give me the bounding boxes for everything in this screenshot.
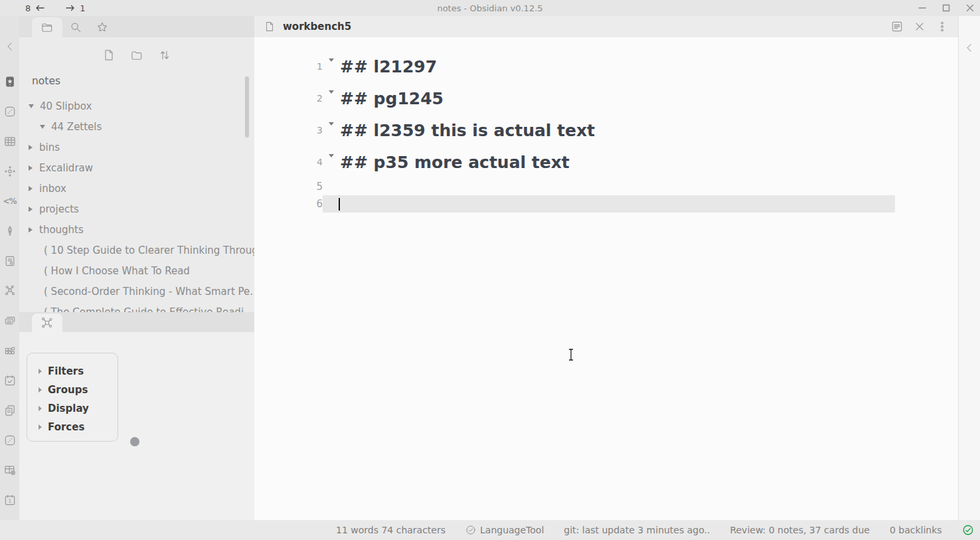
tab-file-explorer[interactable]	[32, 17, 62, 37]
random-note-dice-icon[interactable]	[3, 105, 17, 118]
backlinks-count[interactable]: 0 backlinks	[890, 525, 942, 535]
word-count: 11 words 74 characters	[336, 525, 446, 535]
view-header: workbench5	[254, 16, 958, 37]
dice-icon[interactable]	[3, 434, 17, 447]
editor-line[interactable]: 1 ## l21297	[254, 50, 958, 82]
collapse-left-icon[interactable]	[3, 40, 17, 53]
line-text: ## p35 more actual text	[340, 153, 570, 172]
release-notes-icon[interactable]	[3, 314, 17, 327]
tree-folder-thoughts[interactable]: thoughts	[19, 219, 254, 240]
new-folder-icon[interactable]	[130, 48, 143, 62]
tab-graph[interactable]	[32, 314, 62, 332]
review-status[interactable]: Review: 0 notes, 37 cards due	[730, 525, 870, 535]
left-panel-tabs	[19, 16, 254, 37]
tab-search[interactable]	[62, 17, 89, 37]
window-title: notes - Obsidian v0.12.5	[0, 0, 980, 16]
zoom-expand-icon[interactable]	[3, 165, 17, 178]
line-text: ## pg1245	[340, 89, 444, 108]
more-options-icon[interactable]	[936, 20, 949, 33]
graph-section-filters[interactable]: Filters	[27, 362, 118, 381]
slides-deck-icon[interactable]	[3, 254, 17, 268]
tree-folder-inbox[interactable]: inbox	[19, 178, 254, 199]
chevron-down-icon	[29, 104, 34, 108]
tree-folder-bins[interactable]: bins	[19, 137, 254, 157]
editor-line[interactable]: 4 ## p35 more actual text	[254, 146, 958, 178]
graph-icon	[41, 316, 54, 329]
tab-starred[interactable]	[89, 17, 116, 37]
expand-right-sidebar-icon[interactable]	[963, 41, 976, 54]
calendar-check-icon[interactable]	[3, 374, 17, 387]
git-status[interactable]: git: last update 3 minutes ago..	[564, 525, 710, 535]
left-sidebar: notes 40 Slipbox 44 Zettels bins Excalid…	[19, 16, 254, 520]
tree-file[interactable]: ( How I Choose What To Read	[19, 260, 254, 281]
editor-body[interactable]: 1 ## l21297 2 ## pg1245 3 ## l2359 this …	[254, 37, 958, 520]
vault-title[interactable]: notes	[19, 73, 254, 89]
blocks-icon[interactable]	[3, 344, 17, 357]
editor-line[interactable]: 5	[254, 178, 958, 195]
chevron-right-icon	[29, 227, 33, 232]
chevron-right-icon	[39, 406, 42, 411]
languagetool-status[interactable]: LanguageTool	[465, 525, 544, 535]
new-note-icon[interactable]	[102, 48, 116, 62]
chevron-right-icon	[29, 145, 33, 150]
starred-card-icon[interactable]	[3, 75, 17, 88]
graph-section-display[interactable]: Display	[27, 399, 118, 418]
maximize-button[interactable]	[941, 3, 951, 13]
tree-file[interactable]: ( Second-Order Thinking - What Smart Pe…	[19, 281, 254, 302]
graph-section-forces[interactable]: Forces	[27, 418, 118, 436]
sync-ok-check-icon[interactable]	[962, 524, 974, 536]
pen-nib-icon[interactable]	[3, 225, 17, 238]
tree-folder-excalidraw[interactable]: Excalidraw	[19, 157, 254, 178]
languagetool-check-icon	[465, 525, 476, 535]
close-pane-icon[interactable]	[913, 20, 926, 33]
copy-documents-icon[interactable]	[3, 404, 17, 417]
sort-order-icon[interactable]	[158, 48, 171, 62]
chevron-down-icon	[40, 125, 45, 129]
file-explorer-pane: notes 40 Slipbox 44 Zettels bins Excalid…	[19, 37, 254, 312]
status-bar: 11 words 74 characters LanguageTool git:…	[0, 520, 980, 540]
right-sidebar-collapsed	[958, 16, 980, 520]
folder-icon	[41, 21, 54, 34]
tree-folder-44-zettels[interactable]: 44 Zettels	[19, 116, 254, 137]
graph-section-groups[interactable]: Groups	[27, 381, 118, 399]
ribbon: <% 1	[0, 16, 19, 520]
svg-text:1: 1	[8, 498, 11, 504]
editor-pane: workbench5 1 ## l21297 2 ## pg1245 3 ## …	[254, 16, 958, 520]
titlebar: 8 1 notes - Obsidian v0.12.5	[0, 0, 980, 16]
close-button[interactable]	[965, 3, 975, 13]
table-gear-icon[interactable]	[3, 464, 17, 477]
table-icon[interactable]	[3, 135, 17, 148]
chevron-right-icon	[29, 186, 33, 191]
graph-pane[interactable]: Filters Groups Display Forces	[19, 332, 254, 520]
star-icon	[96, 21, 109, 34]
window-controls	[918, 0, 975, 16]
tree-folder-projects[interactable]: projects	[19, 199, 254, 219]
chevron-right-icon	[29, 165, 33, 171]
tree-file[interactable]: ( 10 Step Guide to Clearer Thinking Thro…	[19, 240, 254, 260]
file-tree: 40 Slipbox 44 Zettels bins Excalidraw in…	[19, 96, 254, 312]
templater-icon[interactable]: <%	[3, 195, 17, 208]
line-text: ## l21297	[340, 57, 437, 76]
chevron-right-icon	[39, 369, 42, 374]
tree-folder-40-slipbox[interactable]: 40 Slipbox	[19, 96, 254, 116]
tree-file[interactable]: ( The Complete Guide to Effective Readi…	[19, 302, 254, 312]
graph-view-icon[interactable]	[3, 284, 17, 298]
line-text: ## l2359 this is actual text	[340, 121, 595, 140]
explorer-toolbar	[19, 37, 254, 69]
chevron-right-icon	[39, 387, 42, 393]
chevron-right-icon	[39, 424, 42, 430]
editor-line[interactable]: 3 ## l2359 this is actual text	[254, 114, 958, 146]
scrollbar-thumb[interactable]	[245, 76, 249, 137]
graph-node[interactable]	[130, 437, 139, 446]
mouse-ibeam-cursor	[568, 349, 574, 361]
editor-line[interactable]: 2 ## pg1245	[254, 82, 958, 114]
note-title: workbench5	[283, 21, 351, 33]
note-icon	[263, 20, 276, 33]
text-caret	[339, 198, 340, 211]
reading-mode-icon[interactable]	[890, 20, 904, 33]
minimize-button[interactable]	[918, 3, 927, 13]
view-actions	[890, 20, 958, 33]
graph-panel-tabs	[19, 312, 254, 332]
daily-note-calendar-icon[interactable]: 1	[3, 494, 17, 507]
editor-active-line[interactable]: 6	[254, 195, 958, 213]
